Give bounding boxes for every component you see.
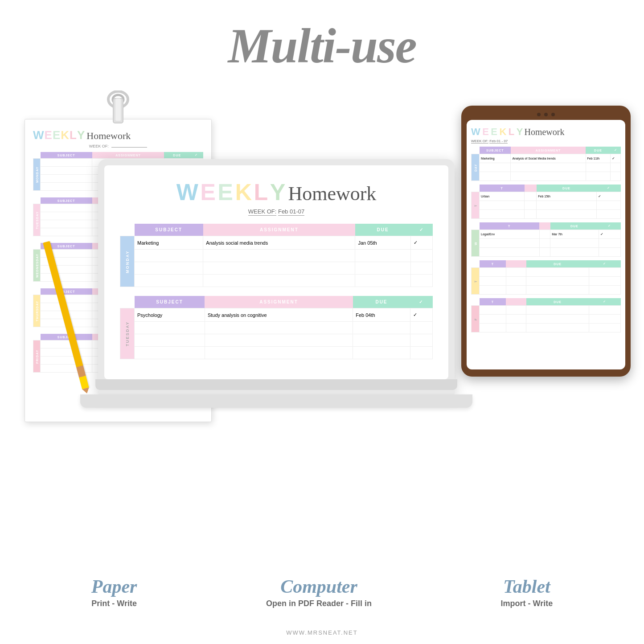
tablet-tue-assignment bbox=[525, 192, 537, 201]
tablet-week-of: WEEK OF: Feb 01 - 07 bbox=[471, 139, 621, 143]
clip-icon bbox=[103, 90, 134, 131]
tablet-camera-area bbox=[467, 113, 625, 116]
laptop-letter-e2: E bbox=[217, 179, 233, 205]
paper-day-wednesday: WEDNESDAY bbox=[33, 250, 41, 282]
paper-col-subject: SUBJECT bbox=[41, 152, 92, 159]
laptop-letter-e1: E bbox=[200, 179, 216, 205]
letter-l: L bbox=[70, 128, 77, 142]
tablet-tue-subject: Urban bbox=[480, 192, 525, 201]
tablet-homework-script: Homework bbox=[524, 127, 564, 137]
laptop-monday-assignment: Analysis social media trends bbox=[203, 236, 355, 250]
table-row bbox=[472, 324, 621, 332]
letter-w: W bbox=[33, 128, 44, 142]
laptop-col-subject: SUBJECT bbox=[135, 224, 203, 236]
laptop-monday-subject: Marketing bbox=[135, 236, 203, 250]
devices-area: W E E K L Y Homework WEEK OF: SUBJECT AS… bbox=[0, 83, 644, 484]
laptop-device: W E E K L Y Homework WEEK OF: Feb 01-07 bbox=[98, 159, 455, 408]
table-row bbox=[120, 322, 433, 334]
tablet-friday-table: T DUE ✓ F bbox=[471, 298, 621, 332]
letter-y: Y bbox=[77, 128, 85, 142]
table-row bbox=[472, 248, 621, 257]
table-row bbox=[472, 286, 621, 295]
laptop-keyboard bbox=[80, 394, 472, 408]
table-row bbox=[120, 262, 433, 275]
tablet-day-thursday: T bbox=[472, 268, 480, 295]
tablet-camera-dot1 bbox=[537, 113, 541, 116]
laptop-letter-w: W bbox=[176, 179, 198, 205]
table-row bbox=[472, 210, 621, 219]
tablet-subtitle: Import - Write bbox=[501, 599, 553, 608]
tablet-letter-e1: E bbox=[482, 126, 489, 137]
paper-day-friday: FRIDAY bbox=[33, 340, 41, 373]
tablet-camera-dot2 bbox=[544, 113, 548, 116]
paper-col-check: ✓ bbox=[190, 152, 203, 159]
table-row bbox=[472, 172, 621, 181]
tablet-screen: W E E K L Y Homework WEEK OF: Feb 01 - 0… bbox=[467, 120, 625, 369]
laptop-tuesday-due: Feb 04th bbox=[353, 308, 410, 322]
tablet-mon-due: Feb 11th bbox=[586, 154, 611, 163]
computer-label: Computer Open in PDF Reader - Fill in bbox=[266, 576, 372, 608]
laptop-base bbox=[95, 379, 457, 390]
table-row bbox=[120, 275, 433, 287]
table-row: F bbox=[472, 306, 621, 315]
paper-day-monday: MONDAY bbox=[33, 159, 41, 191]
tablet-mon-assignment: Analysis of Social Media trends bbox=[511, 154, 586, 163]
table-row: MONDAY Marketing Analysis social media t… bbox=[120, 236, 433, 250]
tablet-day-friday: F bbox=[472, 306, 480, 332]
laptop-monday-check: ✓ bbox=[410, 236, 432, 250]
paper-day-thursday: THURSDAY bbox=[33, 295, 41, 327]
table-row bbox=[120, 334, 433, 347]
tablet-wed-due: Mar 7th bbox=[550, 230, 599, 239]
tablet-camera-dot3 bbox=[551, 113, 555, 116]
laptop-tuesday-assignment: Study analysis on cognitive bbox=[205, 308, 353, 322]
laptop-monday-due: Jan 05th bbox=[355, 236, 410, 250]
paper-weekly-letters: W E E K L Y bbox=[33, 128, 85, 142]
paper-col-due: DUE bbox=[164, 152, 190, 159]
laptop-monday-table: SUBJECT ASSIGNMENT DUE ✓ MONDAY Marketin… bbox=[120, 224, 433, 287]
laptop-letter-k: K bbox=[235, 179, 252, 205]
laptop-weekly-letters: W E E K L Y bbox=[176, 179, 286, 205]
tablet-wednesday-table: T DUE ✓ W Legal/Env Mar 7th ✓ bbox=[471, 222, 621, 257]
tablet-wed-subject: Legal/Env bbox=[480, 230, 540, 239]
tablet-letter-y: Y bbox=[517, 126, 523, 137]
laptop-letter-y: Y bbox=[270, 179, 286, 205]
letter-e2: E bbox=[53, 128, 60, 142]
tablet-monday-table: SUBJECT ASSIGNMENT DUE ✓ DAY Marketing A… bbox=[471, 147, 621, 181]
laptop-col-assignment: ASSIGNMENT bbox=[203, 224, 355, 236]
tablet-outer: W E E K L Y Homework WEEK OF: Feb 01 - 0… bbox=[461, 106, 631, 377]
tablet-mon-check: ✓ bbox=[611, 154, 621, 163]
tablet-tue-check: ✓ bbox=[596, 192, 620, 201]
laptop-tuesday-subject: Psychology bbox=[135, 308, 205, 322]
tablet-weekly-letters: W E E K L Y bbox=[471, 126, 523, 138]
table-row bbox=[472, 315, 621, 324]
paper-label: Paper Print - Write bbox=[91, 576, 137, 608]
letter-k: K bbox=[61, 128, 69, 142]
table-row: T Urban Feb 15th ✓ bbox=[472, 192, 621, 201]
table-row bbox=[472, 239, 621, 248]
table-row: TUESDAY Psychology Study analysis on cog… bbox=[120, 308, 433, 322]
laptop-letter-l: L bbox=[254, 179, 268, 205]
tablet-letter-k: K bbox=[500, 126, 507, 137]
tablet-day-tuesday: T bbox=[472, 192, 480, 219]
table-row bbox=[472, 277, 621, 286]
tablet-tuesday-table: T DUE ✓ T Urban Feb 15th ✓ bbox=[471, 185, 621, 219]
laptop-weekly-header: W E E K L Y Homework bbox=[120, 179, 433, 205]
laptop-homework-script: Homework bbox=[288, 182, 376, 205]
laptop-col-due: DUE bbox=[355, 224, 410, 236]
paper-col-assignment: ASSIGNMENT bbox=[92, 152, 164, 159]
tablet-title: Tablet bbox=[501, 576, 553, 597]
laptop-tuesday-check: ✓ bbox=[410, 308, 432, 322]
paper-day-tuesday: TUESDAY bbox=[33, 204, 41, 236]
tablet-tue-due: Feb 15th bbox=[537, 192, 596, 201]
paper-homework-script: Homework bbox=[86, 130, 131, 142]
website-url: WWW.MRSNEAT.NET bbox=[0, 629, 644, 636]
laptop-screen-outer: W E E K L Y Homework WEEK OF: Feb 01-07 bbox=[98, 159, 455, 394]
tablet-day-wednesday: W bbox=[472, 230, 480, 257]
paper-week-of: WEEK OF: bbox=[33, 144, 203, 148]
tablet-letter-l: L bbox=[509, 126, 514, 137]
tablet-thursday-table: T DUE ✓ T bbox=[471, 260, 621, 295]
laptop-day-monday: MONDAY bbox=[120, 236, 135, 287]
tablet-wed-check: ✓ bbox=[599, 230, 620, 239]
laptop-tuesday-table: SUBJECT ASSIGNMENT DUE ✓ TUESDAY Psychol… bbox=[120, 296, 433, 359]
table-row bbox=[120, 347, 433, 359]
